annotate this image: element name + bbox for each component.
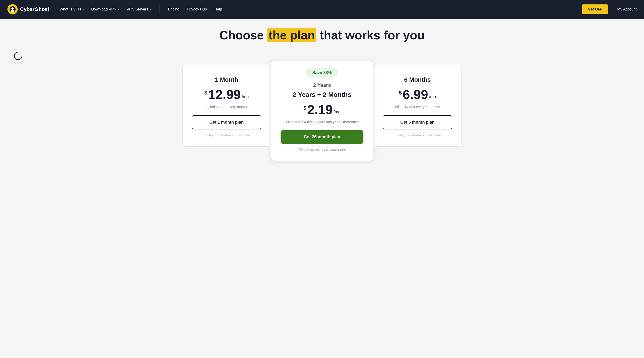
chevron-down-icon: ▾ xyxy=(82,8,84,11)
loading-spinner xyxy=(12,50,24,62)
logo-icon xyxy=(8,4,18,14)
logo-text: CyberGhost xyxy=(20,6,49,12)
main-content: Choose the plan that works for you 1 Mon… xyxy=(0,18,644,358)
price-period-1month: /mo xyxy=(242,94,249,100)
save-badge-2years: Save 83% xyxy=(306,68,338,78)
price-currency-6months: $ xyxy=(399,90,402,96)
billing-note-6months: Billed $41.94 every 6 months xyxy=(395,105,440,109)
plan-card-6months: 6 Months $ 6.99 /mo Billed $41.94 every … xyxy=(373,65,462,147)
plan-name-1month: 1 Month xyxy=(215,76,238,83)
get-6month-plan-button[interactable]: Get 6 month plan xyxy=(383,115,452,130)
price-period-6months: /mo xyxy=(429,94,436,100)
nav-help[interactable]: Help xyxy=(214,5,223,13)
navbar: CyberGhost What Is VPN ▾ Download VPN ▾ … xyxy=(0,0,644,18)
svg-point-1 xyxy=(12,8,14,10)
plan-duration-2years: 2 Years + 2 Months xyxy=(293,91,351,98)
billing-note-2years: Billed $56.94 first 2 years and yearly t… xyxy=(286,120,358,124)
guarantee-1month: 14-day money-back guarantee xyxy=(203,133,250,137)
price-currency-2years: $ xyxy=(303,105,306,111)
get-off-button[interactable]: Get OFF xyxy=(582,4,608,14)
nav-privacy-hub[interactable]: Privacy Hub xyxy=(186,5,208,13)
nav-pricing[interactable]: Pricing xyxy=(167,5,180,13)
price-amount-2years: 2.19 xyxy=(307,103,333,116)
price-amount-1month: 12.99 xyxy=(208,88,241,101)
get-1month-plan-button[interactable]: Get 1 month plan xyxy=(192,115,261,130)
price-currency-1month: $ xyxy=(204,90,207,96)
nav-what-is-vpn[interactable]: What Is VPN ▾ xyxy=(59,5,85,13)
plan-card-1month: 1 Month $ 12.99 /mo Billed $12.99 every … xyxy=(182,65,271,147)
plan-name-6months: 6 Months xyxy=(404,76,431,83)
nav-vpn-servers[interactable]: VPN Servers ▾ xyxy=(126,5,152,13)
page-title: Choose the plan that works for you xyxy=(5,28,639,42)
get-26month-plan-button[interactable]: Get 26 month plan xyxy=(280,130,364,144)
price-row-6months: $ 6.99 /mo xyxy=(399,88,436,101)
plan-card-2years: Save 83% 2 Years 2 Years + 2 Months $ 2.… xyxy=(271,60,373,161)
plan-name-strikethrough-2years: 2 Years xyxy=(313,82,331,88)
my-account-link[interactable]: My Account xyxy=(617,7,636,12)
logo[interactable]: CyberGhost xyxy=(8,4,49,14)
chevron-down-icon: ▾ xyxy=(150,8,151,11)
guarantee-6months: 45-day money-back guarantee xyxy=(394,133,441,137)
svg-point-2 xyxy=(11,10,14,12)
nav-download-vpn[interactable]: Download VPN ▾ xyxy=(90,5,120,13)
price-period-2years: /mo xyxy=(334,110,341,114)
billing-note-1month: Billed $12.99 every month xyxy=(206,105,246,109)
nav-divider xyxy=(159,5,160,14)
price-row-2years: $ 2.19 /mo xyxy=(303,103,340,116)
guarantee-2years: 45-day money-back guarantee xyxy=(298,147,346,151)
price-amount-6months: 6.99 xyxy=(403,88,428,101)
pricing-grid: 1 Month $ 12.99 /mo Billed $12.99 every … xyxy=(182,65,462,156)
chevron-down-icon: ▾ xyxy=(118,8,119,11)
price-row-1month: $ 12.99 /mo xyxy=(204,88,249,101)
